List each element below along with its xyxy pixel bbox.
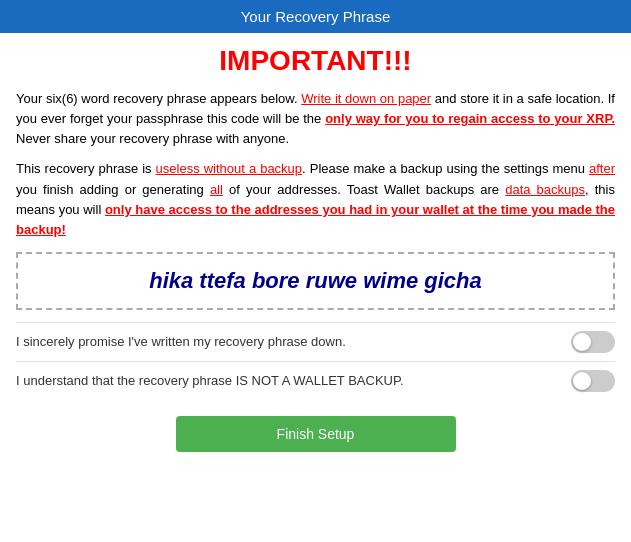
para2-text3: you finish adding or generating (16, 182, 210, 197)
para2-link4: data backups (505, 182, 585, 197)
finish-setup-button[interactable]: Finish Setup (176, 416, 456, 452)
toggle-row-2: I understand that the recovery phrase IS… (16, 361, 615, 400)
header-title: Your Recovery Phrase (241, 8, 391, 25)
para2-text4: of your addresses. Toast Wallet backups … (223, 182, 505, 197)
para2-link2: after (589, 161, 615, 176)
recovery-phrase-box: hika ttefa bore ruwe wime gicha (16, 252, 615, 310)
toggle2-switch[interactable] (571, 370, 615, 392)
para1-link1: Write it down on paper (301, 91, 431, 106)
para1-text3: Never share your recovery phrase with an… (16, 131, 289, 146)
toggle1-switch[interactable] (571, 331, 615, 353)
toggle1-label: I sincerely promise I've written my reco… (16, 334, 561, 349)
paragraph-1: Your six(6) word recovery phrase appears… (16, 89, 615, 149)
para1-link2: only way for you to regain access to you… (325, 111, 615, 126)
toggle-row-1: I sincerely promise I've written my reco… (16, 322, 615, 361)
header: Your Recovery Phrase (0, 0, 631, 33)
toggle2-label: I understand that the recovery phrase IS… (16, 373, 561, 388)
para2-link3: all (210, 182, 223, 197)
para2-link5: only have access to the addresses you ha… (16, 202, 615, 237)
important-title: IMPORTANT!!! (16, 45, 615, 77)
finish-button-wrap: Finish Setup (16, 416, 615, 452)
para2-link1: useless without a backup (156, 161, 302, 176)
paragraph-2: This recovery phrase is useless without … (16, 159, 615, 240)
para2-text1: This recovery phrase is (16, 161, 156, 176)
recovery-phrase-text: hika ttefa bore ruwe wime gicha (149, 268, 482, 293)
para2-text2: . Please make a backup using the setting… (302, 161, 589, 176)
para1-text1: Your six(6) word recovery phrase appears… (16, 91, 301, 106)
